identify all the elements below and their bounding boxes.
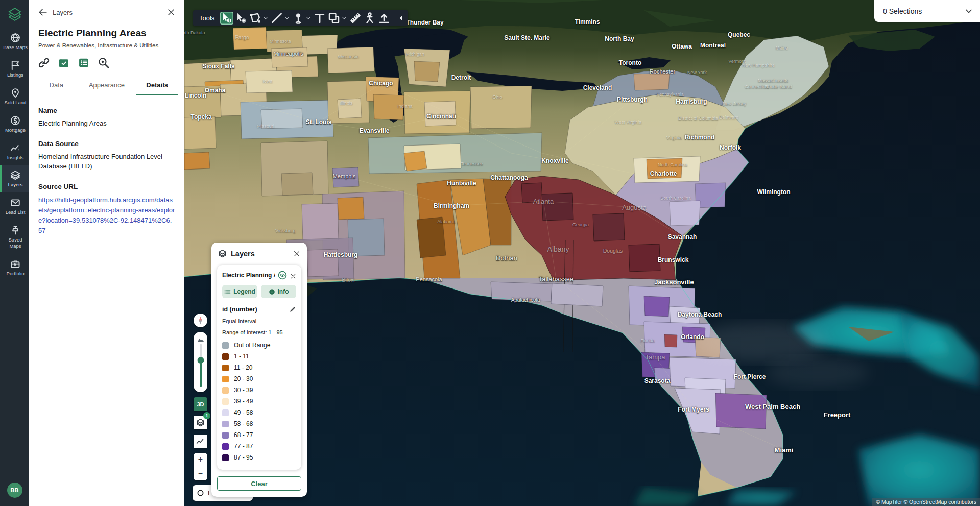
shape-union-icon[interactable] (327, 12, 341, 25)
pitch-slider[interactable] (194, 332, 207, 392)
zoom-in-button[interactable]: + (194, 453, 207, 467)
sidebar-item-label: Listings (7, 72, 23, 78)
upload-icon[interactable] (377, 12, 391, 25)
sidebar-item-sold-land[interactable]: Sold Land (0, 83, 29, 110)
field-name: Name Electric Planning Areas (38, 107, 175, 129)
globe-icon (10, 33, 20, 43)
legend-button[interactable]: Legend (222, 285, 257, 298)
avatar[interactable]: BB (7, 483, 22, 498)
sidebar-item-label: Insights (7, 155, 24, 161)
edit-pencil-icon[interactable] (289, 306, 296, 313)
sidebar-item-listings[interactable]: Listings (0, 56, 29, 82)
briefcase-icon (10, 259, 20, 269)
text-tool-icon[interactable] (313, 12, 326, 25)
chevron-down-icon[interactable] (305, 12, 312, 25)
layer-category: Power & Renewables, Infrastructure & Uti… (38, 42, 175, 49)
sidebar-item-mortgage[interactable]: Mortgage (0, 111, 29, 137)
sidebar-item-insights[interactable]: Insights (0, 138, 29, 165)
field-label: Data Source (38, 140, 175, 148)
layers-icon (218, 249, 227, 258)
back-arrow-icon[interactable] (38, 8, 47, 17)
legend-swatch (222, 454, 229, 461)
close-icon[interactable] (167, 8, 175, 16)
sidebar-item-lead-list[interactable]: Lead List (0, 193, 29, 220)
remove-layer-icon[interactable] (290, 272, 296, 278)
source-url-link[interactable]: https://hifld-geoplatform.hub.arcgis.com… (38, 195, 175, 236)
pitch-track[interactable] (200, 344, 202, 387)
sidebar-item-label: Sold Land (5, 100, 27, 106)
sidebar-item-layers[interactable]: Layers (0, 165, 29, 192)
legend-item: 20 - 30 (222, 373, 296, 384)
zoom-out-button[interactable]: − (194, 467, 207, 481)
trend-icon (196, 437, 205, 446)
map-canvas[interactable]: Thunder BayTimminsSault Ste. MarieNorth … (184, 0, 980, 506)
field-label: Name (38, 107, 175, 114)
cursor-info-icon[interactable] (220, 12, 233, 25)
legend-label: 11 - 20 (234, 364, 252, 371)
chevron-down-icon[interactable] (262, 12, 269, 25)
legend-label: 39 - 49 (234, 398, 253, 405)
legend-swatch (222, 387, 229, 394)
tab-details[interactable]: Details (132, 76, 182, 95)
compass-control[interactable] (194, 314, 207, 327)
info-button[interactable]: Info (261, 285, 296, 298)
legend-label: 58 - 68 (234, 420, 253, 427)
visibility-eye-icon[interactable] (278, 271, 287, 280)
map-layers-button[interactable]: 1 (194, 416, 207, 429)
close-icon[interactable] (293, 250, 300, 257)
collapse-toolbar-icon[interactable] (397, 12, 405, 25)
drop-pin-icon[interactable] (292, 12, 305, 25)
field-value: Homeland Infrastructure Foundation Level… (38, 152, 175, 172)
layers-count-badge: 1 (203, 412, 210, 419)
detail-tabs: DataAppearanceDetails (29, 76, 184, 95)
legend-list: Out of Range1 - 1111 - 2020 - 3030 - 393… (222, 340, 296, 463)
3d-toggle-button[interactable]: 3D (194, 397, 207, 411)
tab-appearance[interactable]: Appearance (82, 76, 132, 95)
legend-swatch (222, 421, 229, 427)
map-insights-button[interactable] (194, 435, 207, 448)
pitch-knob[interactable] (197, 357, 204, 364)
layer-name: Electric Planning A... (222, 272, 275, 279)
chevron-down-icon (965, 8, 972, 15)
sidebar-item-label: Lead List (6, 209, 26, 215)
sidebar-item-portfolio[interactable]: Portfolio (0, 254, 29, 281)
toolbar-tools (220, 12, 391, 25)
map-attribution: © MapTiler © OpenStreetMap contributors (872, 498, 980, 506)
list-box-icon[interactable] (78, 57, 89, 68)
sidebar: Base MapsListingsSold LandMortgageInsigh… (0, 0, 29, 506)
acres-logo-icon[interactable] (6, 6, 23, 23)
search-location-icon[interactable] (98, 57, 109, 68)
polygon-select-icon[interactable] (249, 12, 262, 25)
tab-data[interactable]: Data (31, 76, 82, 95)
sidebar-item-saved-maps[interactable]: Saved Maps (0, 221, 29, 253)
legend-swatch (222, 365, 229, 371)
clear-button[interactable]: Clear (217, 476, 301, 491)
legend-item: 1 - 11 (222, 351, 296, 362)
cursor-add-icon[interactable] (234, 12, 248, 25)
zoom-control: + − (194, 453, 207, 480)
layer-action-icons (38, 57, 175, 68)
legend-label: 30 - 39 (234, 387, 253, 394)
field-data-source: Data Source Homeland Infrastructure Foun… (38, 140, 175, 172)
info-button-label: Info (278, 288, 289, 295)
legend-label: 77 - 87 (234, 443, 253, 450)
selections-dropdown[interactable]: 0 Selections (874, 0, 980, 22)
ruler-icon[interactable] (349, 12, 362, 25)
legend-button-label: Legend (233, 288, 255, 295)
legend-item: 11 - 20 (222, 362, 296, 373)
legend-label: 87 - 95 (234, 454, 253, 461)
app: Base MapsListingsSold LandMortgageInsigh… (0, 0, 980, 506)
layers-float-panel: Layers Electric Planning A... Legend (211, 243, 307, 497)
legend-item: 58 - 68 (222, 418, 296, 429)
field-source-url: Source URL https://hifld-geoplatform.hub… (38, 183, 175, 236)
chevron-down-icon[interactable] (341, 12, 347, 25)
sidebar-item-label: Mortgage (5, 127, 26, 133)
field-label: Source URL (38, 183, 175, 190)
chevron-down-icon[interactable] (284, 12, 290, 25)
draw-line-icon[interactable] (270, 12, 283, 25)
breadcrumb[interactable]: Layers (53, 9, 73, 16)
survey-tripod-icon[interactable] (363, 12, 376, 25)
sidebar-item-base-maps[interactable]: Base Maps (0, 28, 29, 55)
link-icon[interactable] (38, 57, 50, 68)
folder-check-icon[interactable] (58, 57, 69, 68)
